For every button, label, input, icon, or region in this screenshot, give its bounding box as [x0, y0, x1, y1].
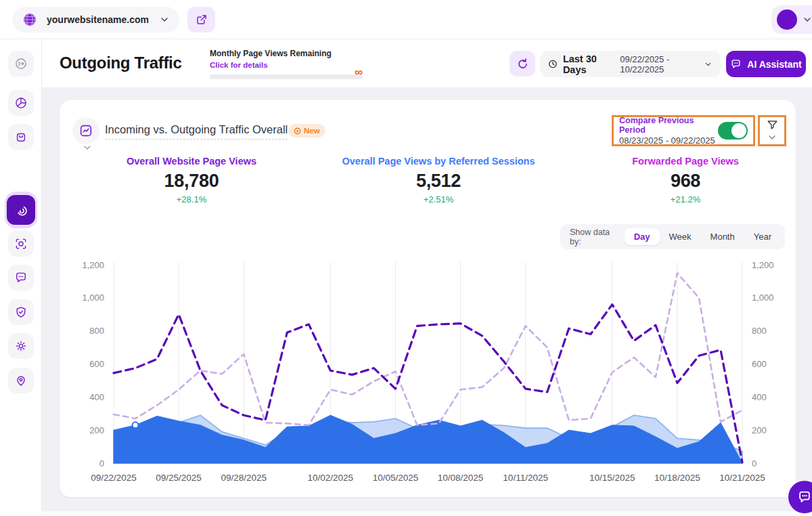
svg-text:0: 0	[752, 458, 757, 469]
avatar	[777, 9, 797, 30]
traffic-radar-icon	[14, 203, 28, 217]
topbar: yourwebsitename.com	[0, 0, 812, 39]
svg-text:800: 800	[89, 326, 104, 336]
pie-chart-icon	[14, 96, 28, 110]
svg-text:200: 200	[89, 425, 104, 435]
sidebar-collapse-button[interactable]	[8, 51, 34, 77]
svg-text:1,200: 1,200	[82, 260, 104, 270]
quota-label: Monthly Page Views Remaining	[210, 49, 364, 58]
refresh-button[interactable]	[510, 51, 535, 77]
globe-icon	[22, 12, 38, 28]
scan-target-icon	[14, 237, 28, 251]
traffic-chart[interactable]: 002002004004006006008008001,0001,0001,20…	[60, 100, 796, 497]
page-header: Outgoing Traffic Monthly Page Views Rema…	[42, 39, 812, 88]
svg-text:09/22/2025: 09/22/2025	[91, 473, 137, 483]
bottom-strip	[0, 511, 812, 516]
account-menu[interactable]	[771, 5, 812, 34]
svg-text:10/18/2025: 10/18/2025	[654, 473, 700, 483]
shopping-bag-icon	[14, 130, 28, 144]
quota-widget: Monthly Page Views Remaining Click for d…	[210, 49, 364, 79]
sidebar-item-store[interactable]	[8, 124, 34, 150]
map-pin-icon	[14, 374, 28, 387]
sidebar-item-location[interactable]	[8, 368, 34, 393]
quota-progress-bar	[210, 74, 363, 79]
svg-text:200: 200	[752, 425, 767, 435]
traffic-card: Incoming vs. Outgoing Traffic Overall Ne…	[60, 100, 796, 497]
quota-details-link[interactable]: Click for details	[210, 61, 268, 69]
main-content: Incoming vs. Outgoing Traffic Overall Ne…	[42, 88, 812, 516]
chat-bubble-icon	[797, 490, 812, 504]
sidebar	[0, 39, 42, 516]
shield-check-icon	[14, 305, 28, 319]
svg-text:10/21/2025: 10/21/2025	[719, 473, 765, 483]
svg-text:09/25/2025: 09/25/2025	[156, 473, 202, 483]
svg-text:1,200: 1,200	[752, 260, 774, 270]
ai-chat-icon	[730, 58, 742, 70]
svg-text:0: 0	[99, 458, 104, 469]
collapse-icon	[14, 57, 28, 70]
svg-text:10/05/2025: 10/05/2025	[373, 473, 419, 483]
sidebar-item-analytics[interactable]	[8, 90, 34, 116]
website-name: yourwebsitename.com	[47, 14, 159, 25]
svg-text:10/08/2025: 10/08/2025	[438, 473, 484, 483]
refresh-icon	[516, 58, 529, 70]
sidebar-item-feedback[interactable]	[8, 265, 34, 291]
sidebar-item-security[interactable]	[8, 299, 34, 325]
svg-text:600: 600	[89, 359, 104, 369]
date-range-value: 09/22/2025 - 10/22/2025	[620, 54, 698, 74]
sidebar-item-retargeting[interactable]	[8, 231, 34, 257]
ai-assistant-label: AI Assistant	[747, 59, 801, 70]
svg-text:10/11/2025: 10/11/2025	[503, 473, 548, 483]
svg-text:1,000: 1,000	[752, 293, 774, 303]
external-link-icon	[196, 14, 208, 26]
ai-assistant-button[interactable]: AI Assistant	[726, 51, 806, 77]
svg-text:800: 800	[752, 326, 767, 336]
chat-bubble-icon	[14, 271, 28, 284]
date-range-picker[interactable]: Last 30 Days 09/22/2025 - 10/22/2025	[540, 51, 721, 77]
website-selector[interactable]: yourwebsitename.com	[12, 7, 179, 33]
sidebar-item-traffic-active[interactable]	[5, 192, 37, 228]
svg-text:400: 400	[752, 392, 767, 402]
chevron-down-icon	[704, 59, 713, 70]
date-preset-label: Last 30 Days	[563, 53, 612, 75]
infinity-icon: ∞	[355, 66, 363, 79]
open-website-button[interactable]	[187, 7, 215, 33]
svg-text:1,000: 1,000	[82, 293, 104, 303]
svg-text:10/02/2025: 10/02/2025	[308, 473, 354, 483]
svg-text:600: 600	[752, 359, 767, 369]
svg-text:09/28/2025: 09/28/2025	[221, 473, 267, 483]
chevron-down-icon	[159, 14, 170, 25]
svg-text:400: 400	[89, 392, 104, 402]
page-title: Outgoing Traffic	[60, 53, 182, 72]
gear-icon	[14, 339, 28, 353]
svg-text:10/15/2025: 10/15/2025	[589, 473, 635, 483]
chevron-down-icon	[802, 14, 812, 25]
clock-icon	[548, 58, 558, 70]
sidebar-item-settings[interactable]	[8, 333, 34, 359]
